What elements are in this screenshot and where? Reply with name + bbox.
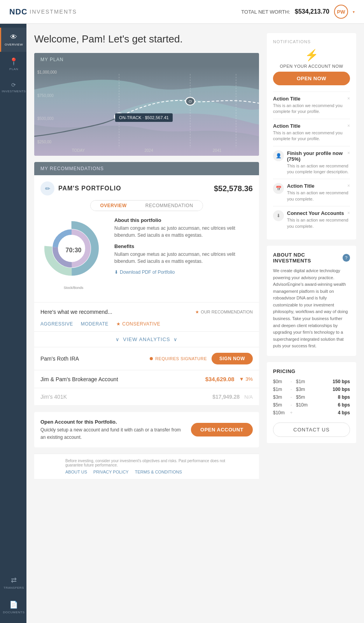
- pricing-card: PRICING $0m - $1m 150 bps $1m - $3m 100 …: [267, 362, 356, 443]
- pricing-from-0: $0m: [273, 379, 287, 384]
- notif-close-3[interactable]: ×: [347, 183, 350, 188]
- svg-text:⏱: ⏱: [188, 100, 192, 104]
- open-account-button[interactable]: OPEN ACCOUNT: [191, 423, 253, 436]
- 401k-values: $17,949.28 N/A: [212, 394, 253, 400]
- portfolio-name-group: ✏ PAM'S PORTFOLIO: [40, 181, 121, 195]
- chevron-left-icon: ∨: [116, 336, 120, 342]
- open-now-button[interactable]: OPEN NOW: [273, 72, 350, 85]
- notif-item-1: Action Title This is an action we recomm…: [273, 119, 350, 146]
- chart-x-labels: TODAY 2024 2041: [34, 148, 259, 153]
- pricing-to-3: $10m: [296, 402, 310, 408]
- sign-now-button[interactable]: SIGN NOW: [212, 353, 253, 364]
- avatar[interactable]: PW: [334, 5, 348, 19]
- donut-chart: 70:30: [40, 217, 107, 283]
- pricing-bps-1: 100 bps: [332, 387, 350, 392]
- chart-svg: 🎓 ⏱: [34, 66, 259, 156]
- donut-wrapper: 70:30 Stock/Bonds: [40, 217, 107, 290]
- pricing-from-2: $3m: [273, 394, 287, 400]
- pricing-from-1: $1m: [273, 387, 287, 392]
- about-text: Nullam congue metus ac justo accumsan, n…: [114, 225, 253, 239]
- roth-ira-actions: REQUIRES SIGNATURE SIGN NOW: [150, 353, 253, 364]
- about-header: ABOUT NDC INVESTMENTS ?: [273, 252, 350, 264]
- notif-item-3: 📅 Action Title This is an action we reco…: [273, 179, 350, 206]
- notif-close-4[interactable]: ×: [347, 210, 350, 216]
- risk-tab-aggressive[interactable]: AGGRESSIVE: [40, 321, 73, 327]
- transfers-icon: ⇄: [11, 576, 17, 584]
- rec-card-body: ✏ PAM'S PORTFOLIO $52,578.36 OVERVIEW RE…: [34, 175, 259, 302]
- pricing-to-2: $5m: [296, 394, 310, 400]
- sidebar-item-plan[interactable]: 📍 PLAN: [0, 52, 26, 76]
- notif-icon-4: ⬇: [273, 210, 284, 221]
- nav-dropdown-icon[interactable]: ▾: [353, 10, 355, 14]
- pricing-bps-0: 150 bps: [332, 379, 350, 384]
- nav-right: TOTAL NET WORTH: $534,213.70 PW ▾: [241, 5, 355, 19]
- main-layout: 👁 OVERVIEW 📍 PLAN ⟳ INVESTMENTS ⇄ TRANSF…: [0, 24, 364, 623]
- notif-text-2: This is an action we recommend you compl…: [287, 163, 350, 175]
- pricing-dash-4: +: [288, 410, 294, 415]
- rec-card-header: MY RECOMMENDATIONS: [34, 162, 259, 175]
- pricing-to-1: $3m: [296, 387, 310, 392]
- logo-investments: INVESTMENTS: [30, 9, 77, 15]
- open-account-title: Open Account for this Portfolio.: [40, 419, 117, 425]
- download-pdf-link[interactable]: ⬇ Download PDF of Portfolio: [114, 269, 253, 275]
- notif-content-0: Action Title This is an action we recomm…: [273, 96, 350, 115]
- lightning-icon: ⚡: [305, 49, 318, 62]
- notif-item-0: Action Title This is an action we recomm…: [273, 92, 350, 119]
- pricing-title: PRICING: [273, 368, 350, 374]
- pricing-from-4: $10m: [273, 410, 287, 415]
- sidebar-item-investments[interactable]: ⟳ INVESTMENTS: [0, 76, 26, 99]
- contact-us-button[interactable]: CONTACT US: [273, 422, 350, 437]
- donut-sub: Stock/Bonds: [64, 286, 84, 290]
- open-account-notif: ⚡ OPEN YOUR ACCOUNT NOW OPEN NOW: [273, 49, 350, 85]
- risk-tab-conservative[interactable]: ★ CONSERVATIVE: [116, 321, 161, 327]
- brokerage-change: ▼ 3%: [239, 376, 253, 382]
- notif-title-0: Action Title: [273, 96, 350, 102]
- footer-disclaimer: Before investing, consider your investme…: [65, 459, 228, 467]
- open-account-text: Open Account for this Portfolio. Quickly…: [40, 418, 185, 441]
- download-icon: ⬇: [114, 269, 118, 275]
- about-section: About this portfolio Nullam congue metus…: [114, 217, 253, 239]
- sidebar-item-overview[interactable]: 👁 OVERVIEW: [0, 28, 26, 52]
- donut-label: 70:30: [66, 247, 82, 254]
- tab-overview[interactable]: OVERVIEW: [91, 201, 136, 211]
- open-now-label: OPEN YOUR ACCOUNT NOW: [280, 64, 343, 69]
- page-title: Welcome, Pam! Let's get started.: [34, 33, 259, 45]
- notif-content-2: Finish your profile now (75%) This is an…: [287, 150, 350, 175]
- about-title: ABOUT NDC INVESTMENTS: [273, 252, 343, 264]
- footer-terms[interactable]: TERMS & CONDITIONS: [135, 470, 182, 474]
- sidebar-label-documents: DOCUMENTS: [3, 611, 24, 614]
- notif-text-1: This is an action we recommend you compl…: [273, 130, 350, 142]
- help-icon[interactable]: ?: [343, 254, 350, 262]
- x-label-today: TODAY: [72, 148, 85, 153]
- sidebar-label-transfers: TRANSFERS: [4, 586, 24, 590]
- pricing-dash-2: -: [288, 394, 294, 400]
- pricing-row-0: $0m - $1m 150 bps: [273, 379, 350, 384]
- notif-close-2[interactable]: ×: [347, 150, 350, 156]
- sidebar-item-transfers[interactable]: ⇄ TRANSFERS: [0, 570, 26, 595]
- rec-section: Here's what we recommend... ★ OUR RECOMM…: [34, 302, 259, 321]
- net-worth-value: $534,213.70: [295, 8, 329, 15]
- risk-tab-moderate[interactable]: MODERATE: [81, 321, 108, 327]
- sidebar-item-documents[interactable]: 📄 DOCUMENTS: [0, 595, 26, 619]
- view-analytics[interactable]: ∨ VIEW ANALYTICS ∨: [34, 332, 259, 347]
- account-row-brokerage: Jim & Pam's Brokerage Account $34,629.08…: [34, 370, 259, 388]
- logo: NDC INVESTMENTS: [9, 7, 77, 16]
- notif-close-0[interactable]: ×: [347, 96, 350, 101]
- notif-close-1[interactable]: ×: [347, 123, 350, 128]
- pricing-bps-4: 4 bps: [338, 410, 350, 415]
- tab-recommendation[interactable]: RECOMMENDATION: [136, 201, 203, 211]
- pricing-row-3: $5m - $10m 6 bps: [273, 402, 350, 408]
- footer: Before investing, consider your investme…: [34, 454, 259, 479]
- 401k-na: N/A: [244, 394, 253, 400]
- pricing-bps-3: 6 bps: [338, 402, 350, 408]
- pricing-from-3: $5m: [273, 402, 287, 408]
- about-title: About this portfolio: [114, 217, 253, 223]
- documents-icon: 📄: [9, 600, 18, 609]
- footer-about[interactable]: ABOUT US: [65, 470, 87, 474]
- footer-privacy[interactable]: PRIVACY POLICY: [93, 470, 129, 474]
- portfolio-icon: ✏: [40, 181, 54, 195]
- pricing-dash-1: -: [288, 387, 294, 392]
- sidebar-label-investments: INVESTMENTS: [2, 90, 26, 93]
- net-worth-label: TOTAL NET WORTH:: [241, 9, 290, 15]
- x-label-2041: 2041: [213, 148, 221, 153]
